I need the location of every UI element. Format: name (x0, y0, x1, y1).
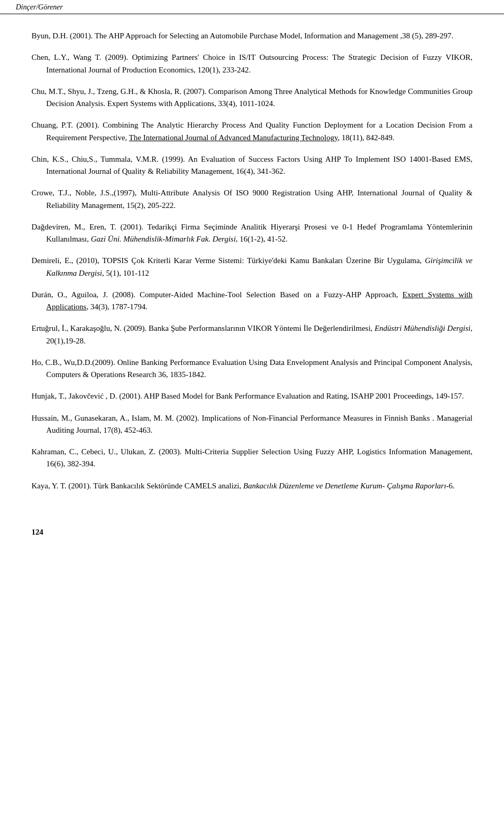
ref-ertugrul-italic: Endüstri Mühendisliği Dergisi (374, 324, 470, 332)
ref-demireli-text1: Demireli, E., (2010), TOPSIS Çok Kriterl… (32, 256, 425, 265)
page-content: Byun, D.H. (2001). The AHP Approach for … (0, 14, 504, 523)
ref-ho-text: Ho, C.B., Wu,D.D.(2009). Online Banking … (32, 358, 472, 379)
page-number: 124 (32, 528, 44, 536)
ref-hunjak: Hunjak, T., Jakovčević , D. (2001). AHP … (32, 390, 472, 402)
ref-ertugrul-text1: Ertuğrul, İ., Karakaşoğlu, N. (2009). Ba… (32, 324, 374, 332)
ref-hussain-text: Hussain, M., Gunasekaran, A., Islam, M. … (32, 414, 472, 434)
ref-demireli-text2: , 5(1), 101-112 (102, 269, 149, 277)
ref-chu: Chu, M.T., Shyu, J., Tzeng, G.H., & Khos… (32, 86, 472, 110)
ref-demireli: Demireli, E., (2010), TOPSIS Çok Kriterl… (32, 255, 472, 279)
ref-byun: Byun, D.H. (2001). The AHP Approach for … (32, 30, 472, 42)
ref-duran-text2: , 34(3), 1787-1794. (87, 302, 148, 311)
ref-kaya-text1: Kaya, Y. T. (2001). Türk Bankacılık Sekt… (32, 482, 243, 490)
ref-kahraman-text: Kahraman, C., Cebeci, U., Ulukan, Z. (20… (32, 447, 472, 468)
ref-kaya-text2: -6. (446, 482, 455, 490)
ref-hussain: Hussain, M., Gunasekaran, A., Islam, M. … (32, 412, 472, 437)
ref-chen: Chen, L.Y., Wang T. (2009). Optimizing P… (32, 51, 472, 76)
ref-duran: Durán, O., Aguiloa, J. (2008). Computer-… (32, 289, 472, 314)
ref-crowe: Crowe, T.J., Noble, J.S.,(1997), Multi-A… (32, 187, 472, 212)
ref-kaya-italic: Bankacılık Düzenleme ve Denetleme Kurum-… (243, 482, 446, 490)
ref-kahraman: Kahraman, C., Cebeci, U., Ulukan, Z. (20… (32, 446, 472, 471)
ref-ho: Ho, C.B., Wu,D.D.(2009). Online Banking … (32, 357, 472, 381)
ref-chu-text: Chu, M.T., Shyu, J., Tzeng, G.H., & Khos… (32, 87, 472, 108)
ref-chuang: Chuang, P.T. (2001). Combining The Analy… (32, 119, 472, 144)
ref-dagdeviren-text2: , 16(1-2), 41-52. (236, 235, 288, 243)
ref-dagdeviren-italic: Gazi Üni. Mühendislik-Mimarlık Fak. Derg… (91, 235, 236, 243)
ref-chuang-underline: The International Journal of Advanced Ma… (129, 133, 338, 142)
ref-byun-text: Byun, D.H. (2001). The AHP Approach for … (32, 32, 454, 40)
ref-chin: Chin, K.S., Chiu,S., Tummala, V.M.R. (19… (32, 153, 472, 178)
ref-chen-text: Chen, L.Y., Wang T. (2009). Optimizing P… (32, 53, 472, 74)
page-footer: 124 (0, 523, 504, 542)
header-text: Dinçer/Görener (16, 3, 63, 11)
page-header: Dinçer/Görener (0, 0, 504, 14)
ref-kaya: Kaya, Y. T. (2001). Türk Bankacılık Sekt… (32, 480, 472, 492)
ref-ertugrul: Ertuğrul, İ., Karakaşoğlu, N. (2009). Ba… (32, 322, 472, 347)
ref-hunjak-text: Hunjak, T., Jakovčević , D. (2001). AHP … (32, 392, 464, 400)
ref-chuang-text2: , 18(11), 842-849. (338, 133, 394, 142)
ref-duran-text1: Durán, O., Aguiloa, J. (2008). Computer-… (32, 290, 403, 299)
ref-chin-text: Chin, K.S., Chiu,S., Tummala, V.M.R. (19… (32, 155, 472, 175)
ref-dagdeviren: Dağdeviren, M., Eren, T. (2001). Tedarik… (32, 221, 472, 246)
ref-crowe-text: Crowe, T.J., Noble, J.S.,(1997), Multi-A… (32, 189, 472, 209)
